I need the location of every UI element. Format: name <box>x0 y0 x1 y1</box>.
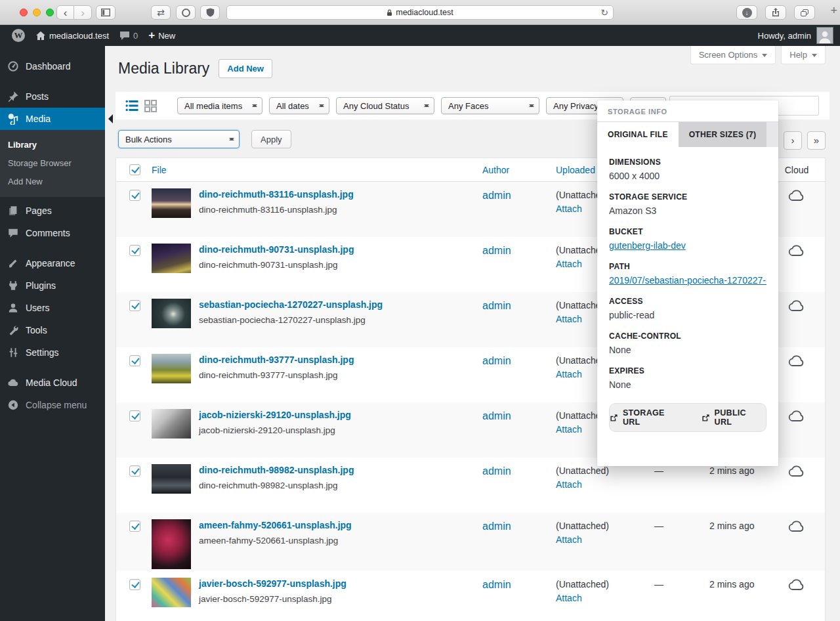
sidebar-item-plugins[interactable]: Plugins <box>0 274 105 297</box>
author-link[interactable]: admin <box>482 190 511 201</box>
password-extension-button[interactable] <box>176 5 196 20</box>
dates-select[interactable]: All dates <box>269 97 329 114</box>
media-title-link[interactable]: jacob-nizierski-29120-unsplash.jpg <box>199 410 351 420</box>
new-content-menu[interactable]: + New <box>143 25 180 46</box>
share-button[interactable] <box>765 5 786 20</box>
column-header-file[interactable]: File <box>152 165 167 175</box>
select-all-checkbox[interactable] <box>129 164 140 175</box>
last-page-button[interactable]: » <box>807 131 826 150</box>
address-bar[interactable]: mediacloud.test ↻ <box>226 5 614 20</box>
forward-button[interactable]: › <box>74 5 92 20</box>
tab-overview-button[interactable] <box>794 5 815 20</box>
media-type-select[interactable]: All media items <box>177 97 262 114</box>
screen-options-button[interactable]: Screen Options <box>690 46 776 64</box>
sidebar-item-media[interactable]: Media <box>0 108 105 130</box>
row-checkbox[interactable] <box>129 355 140 366</box>
list-view-button[interactable] <box>125 98 139 113</box>
back-button[interactable]: ‹ <box>56 5 74 20</box>
zoom-window-button[interactable] <box>46 9 54 16</box>
submenu-item-add-new[interactable]: Add New <box>0 172 105 190</box>
media-title-link[interactable]: sebastian-pociecha-1270227-unsplash.jpg <box>199 299 383 310</box>
media-title-link[interactable]: dino-reichmuth-98982-unsplash.jpg <box>199 465 354 475</box>
public-url-button[interactable]: PUBLIC URL <box>702 408 766 427</box>
sidebar-item-comments[interactable]: Comments <box>0 222 105 244</box>
downloads-button[interactable]: ↓ <box>736 5 757 20</box>
collapse-menu-button[interactable]: Collapse menu <box>0 394 105 416</box>
site-name-menu[interactable]: mediacloud.test <box>30 25 114 46</box>
bucket-link[interactable]: gutenberg-ilab-dev <box>609 240 686 251</box>
sidebar-item-media-cloud[interactable]: Media Cloud <box>0 372 105 394</box>
sidebar-item-tools[interactable]: Tools <box>0 319 105 341</box>
cloud-status-icon[interactable] <box>788 410 805 458</box>
attach-link[interactable]: Attach <box>556 593 582 603</box>
path-link[interactable]: 2019/07/sebastian-pociecha-1270227-u… <box>609 275 766 286</box>
media-title-link[interactable]: dino-reichmuth-90731-unsplash.jpg <box>199 244 354 255</box>
media-title-link[interactable]: ameen-fahmy-520661-unsplash.jpg <box>199 520 352 530</box>
row-checkbox[interactable] <box>129 579 140 590</box>
bulk-actions-select[interactable]: Bulk Actions <box>118 130 240 148</box>
reload-icon[interactable]: ↻ <box>600 7 608 18</box>
row-checkbox[interactable] <box>129 245 140 256</box>
cloud-status-icon[interactable] <box>788 521 805 571</box>
author-link[interactable]: admin <box>482 355 511 366</box>
wp-logo-menu[interactable]: W <box>7 25 30 46</box>
sidebar-item-settings[interactable]: Settings <box>0 341 105 364</box>
attach-link[interactable]: Attach <box>556 534 582 545</box>
help-button[interactable]: Help <box>781 46 826 64</box>
tab-other-sizes[interactable]: OTHER SIZES (7) <box>679 122 767 147</box>
cloud-status-icon[interactable] <box>788 465 805 513</box>
sidebar-item-posts[interactable]: Posts <box>0 85 105 108</box>
cloud-status-icon[interactable] <box>788 579 805 621</box>
submenu-item-storage-browser[interactable]: Storage Browser <box>0 154 105 172</box>
row-checkbox[interactable] <box>129 521 140 532</box>
row-checkbox[interactable] <box>129 410 140 421</box>
author-link[interactable]: admin <box>482 579 511 590</box>
author-link[interactable]: admin <box>482 465 511 477</box>
cloud-status-icon[interactable] <box>788 300 805 347</box>
media-title-link[interactable]: dino-reichmuth-93777-unsplash.jpg <box>199 354 354 365</box>
attach-link[interactable]: Attach <box>556 479 582 490</box>
swap-extension-button[interactable]: ⇄ <box>151 5 171 20</box>
submenu-item-library[interactable]: Library <box>0 135 105 154</box>
attach-link[interactable]: Attach <box>556 259 582 269</box>
media-thumbnail[interactable] <box>152 578 191 607</box>
attach-link[interactable]: Attach <box>556 424 582 435</box>
media-thumbnail[interactable] <box>152 464 191 494</box>
close-window-button[interactable] <box>20 9 28 16</box>
row-checkbox[interactable] <box>129 465 140 477</box>
media-thumbnail[interactable] <box>152 244 191 273</box>
faces-select[interactable]: Any Faces <box>441 97 539 114</box>
tab-original-file[interactable]: ORIGINAL FILE <box>597 122 679 147</box>
adblock-extension-button[interactable] <box>200 5 220 20</box>
sidebar-item-appearance[interactable]: Appearance <box>0 252 105 274</box>
cloud-status-icon[interactable] <box>788 355 805 402</box>
row-checkbox[interactable] <box>129 190 140 201</box>
author-link[interactable]: admin <box>482 245 511 256</box>
attach-link[interactable]: Attach <box>556 314 582 324</box>
howdy-label[interactable]: Howdy, admin <box>758 31 811 41</box>
cloud-status-select[interactable]: Any Cloud Status <box>336 97 434 114</box>
comments-menu[interactable]: 0 <box>114 25 143 46</box>
add-new-button[interactable]: Add New <box>219 59 272 78</box>
media-thumbnail[interactable] <box>152 299 191 328</box>
apply-button[interactable]: Apply <box>251 130 291 148</box>
storage-url-button[interactable]: STORAGE URL <box>610 408 684 427</box>
sidebar-item-dashboard[interactable]: Dashboard <box>0 55 105 77</box>
next-page-button[interactable]: › <box>784 131 802 150</box>
author-link[interactable]: admin <box>482 521 511 532</box>
column-header-author[interactable]: Author <box>482 165 509 175</box>
sidebar-toggle-button[interactable] <box>96 5 116 20</box>
media-thumbnail[interactable] <box>152 188 191 218</box>
sidebar-item-users[interactable]: Users <box>0 297 105 319</box>
grid-view-button[interactable] <box>143 98 158 113</box>
cloud-status-icon[interactable] <box>788 190 805 237</box>
media-title-link[interactable]: dino-reichmuth-83116-unsplash.jpg <box>199 189 354 200</box>
media-title-link[interactable]: javier-bosch-592977-unsplash.jpg <box>199 578 346 589</box>
media-thumbnail[interactable] <box>152 519 191 569</box>
cloud-status-icon[interactable] <box>788 245 805 292</box>
new-tab-button[interactable]: + <box>830 4 837 18</box>
avatar[interactable] <box>816 27 833 44</box>
author-link[interactable]: admin <box>482 410 511 421</box>
attach-link[interactable]: Attach <box>556 369 582 379</box>
media-thumbnail[interactable] <box>152 354 191 383</box>
